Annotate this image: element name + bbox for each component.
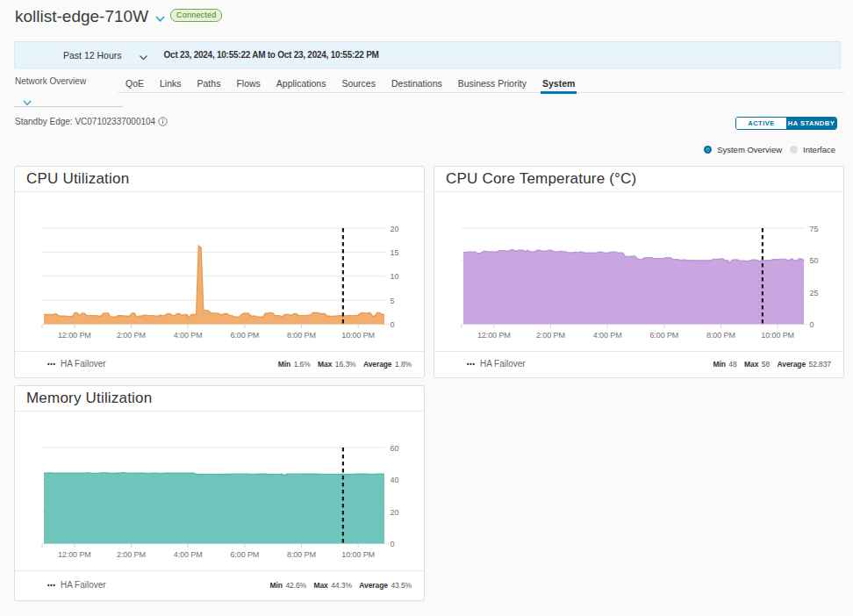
x-axis-label: 2:00 PM [536,330,565,339]
dashed-line-icon [47,584,55,587]
x-axis-label: 12:00 PM [58,330,91,339]
chart-stats: Min42.6%Max44.3%Average43.5% [270,581,412,590]
tab-links[interactable]: Links [152,75,190,92]
tab-paths[interactable]: Paths [190,75,229,92]
time-range-bar: Past 12 Hours Oct 23, 2024, 10:55:22 AM … [14,41,841,68]
legend-item-ha-failover[interactable]: HA Failover [47,580,106,590]
stat-value: 16.3% [335,360,356,369]
legend-item-ha-failover[interactable]: HA Failover [467,359,526,369]
stat-min: Min1.6% [278,360,311,369]
tab-system[interactable]: System [534,75,583,92]
series-line [44,246,384,317]
chart-footer: HA FailoverMin42.6%Max44.3%Average43.5% [15,570,424,599]
radio-label: Interface [803,145,835,154]
tab-flows[interactable]: Flows [228,75,268,92]
y-axis-label: 0 [810,320,814,329]
tab-bar: QoELinksPathsFlowsApplicationsSourcesDes… [118,75,844,93]
stat-label: Min [270,581,283,590]
chart-title: Memory Utilization [15,386,424,412]
radio-interface[interactable]: Interface [790,145,835,154]
chart-stats: Min1.6%Max16.3%Average1.8% [278,360,412,369]
y-axis-label: 25 [810,288,819,297]
time-range-text: Oct 23, 2024, 10:55:22 AM to Oct 23, 202… [164,50,379,60]
legend-label: HA Failover [61,580,106,590]
stat-label: Min [713,360,725,369]
tab-sources[interactable]: Sources [333,75,383,92]
stat-max: Max44.3% [313,581,351,590]
y-axis-label: 10 [391,272,399,281]
y-axis-label: 50 [810,256,819,265]
chart-plot-area[interactable]: 0510152012:00 PM2:00 PM4:00 PM6:00 PM8:0… [15,192,424,351]
series-area [44,246,384,324]
y-axis-label: 5 [391,296,395,304]
radio-system-overview[interactable]: System Overview [704,145,782,154]
stat-label: Average [359,581,388,590]
legend-label: HA Failover [480,359,526,369]
x-axis-label: 2:00 PM [117,549,146,558]
series-area [44,472,384,543]
chevron-down-icon [140,48,147,64]
ha-toggle: ACTIVEHA STANDBY [735,117,837,130]
x-axis-label: 4:00 PM [593,330,622,339]
radio-label: System Overview [717,145,782,154]
chart-footer: HA FailoverMin1.6%Max16.3%Average1.8% [15,351,424,376]
x-axis-label: 6:00 PM [230,330,259,339]
chart-card-mem: Memory Utilization020406012:00 PM2:00 PM… [14,385,425,601]
radio-selected-icon [704,146,712,154]
stat-label: Max [318,360,332,369]
time-range-select[interactable]: Past 12 Hours [15,47,147,64]
dashed-line-icon [467,362,475,366]
stat-label: Max [744,360,758,369]
stat-avg: Average52.837 [778,360,831,369]
legend-item-ha-failover[interactable]: HA Failover [47,359,106,369]
chevron-down-icon[interactable] [155,11,165,26]
stat-value: 48 [728,360,736,369]
chart-card-temp: CPU Core Temperature (°C)025507512:00 PM… [434,166,844,378]
chart-card-cpu: CPU Utilization0510152012:00 PM2:00 PM4:… [14,166,425,378]
stat-max: Max16.3% [318,360,355,369]
y-axis-label: 40 [391,476,399,484]
time-range-label: Past 12 Hours [63,50,122,61]
x-axis-label: 8:00 PM [706,330,735,339]
x-axis-label: 8:00 PM [287,330,316,339]
tab-applications[interactable]: Applications [269,75,334,92]
stat-value: 1.6% [294,360,311,369]
y-axis-label: 0 [391,320,395,329]
scope-select-label: Network Overview [15,76,86,86]
dashed-line-icon [47,362,55,366]
series-area [463,249,804,324]
tab-qoe[interactable]: QoE [118,75,152,92]
toggle-active[interactable]: ACTIVE [736,118,786,129]
x-axis-label: 12:00 PM [58,549,91,558]
stat-label: Max [313,581,327,590]
stat-label: Min [278,360,290,369]
toggle-ha-standby[interactable]: HA STANDBY [786,118,836,129]
x-axis-label: 4:00 PM [174,330,203,339]
x-axis-label: 10:00 PM [341,330,375,339]
x-axis-label: 10:00 PM [341,549,375,558]
chart-plot-area[interactable]: 025507512:00 PM2:00 PM4:00 PM6:00 PM8:00… [434,192,843,351]
chart-title: CPU Core Temperature (°C) [434,167,843,192]
y-axis-label: 0 [391,540,395,548]
x-axis-label: 8:00 PM [287,549,316,558]
legend-label: HA Failover [61,359,106,369]
tab-business-priority[interactable]: Business Priority [450,75,534,92]
y-axis-label: 20 [391,507,399,516]
stat-avg: Average43.5% [359,581,412,590]
view-radio-group: System OverviewInterface [704,145,835,154]
info-icon[interactable] [158,117,168,126]
status-badge: Connected [170,9,222,22]
chevron-down-icon [23,94,32,110]
chart-title: CPU Utilization [15,167,424,192]
x-axis-label: 4:00 PM [174,549,203,558]
page-title: kollist-edge-710W [15,7,148,26]
chart-plot-area[interactable]: 020406012:00 PM2:00 PM4:00 PM6:00 PM8:00… [15,412,424,570]
y-axis-label: 75 [810,224,819,233]
y-axis-label: 20 [391,224,399,233]
radio-unselected-icon [790,146,798,154]
x-axis-label: 6:00 PM [649,330,678,339]
x-axis-label: 2:00 PM [117,330,146,339]
tab-destinations[interactable]: Destinations [383,75,450,92]
stat-max: Max58 [744,360,770,369]
scope-select[interactable]: Network Overview [14,75,123,107]
